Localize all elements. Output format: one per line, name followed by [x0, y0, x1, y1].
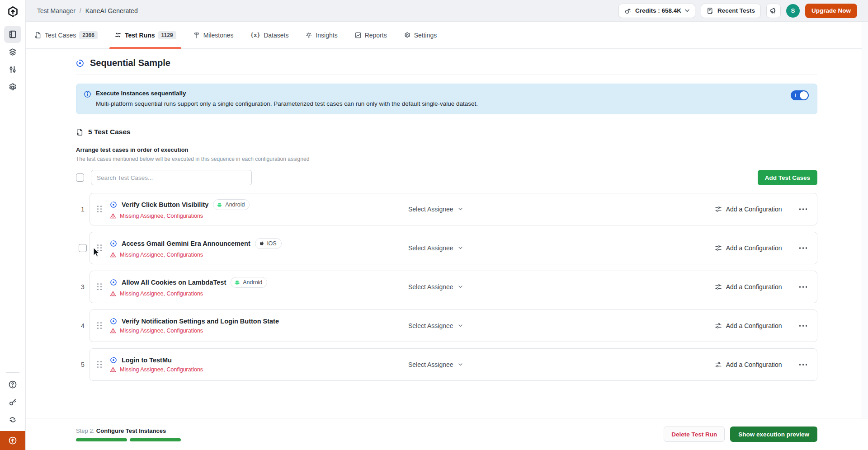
drag-handle[interactable]	[97, 244, 102, 252]
tab-insights[interactable]: Insights	[305, 22, 337, 48]
test-case-title[interactable]: Verify Notification Settings and Login B…	[122, 318, 279, 325]
sidebar-upgrade-block[interactable]	[0, 431, 25, 450]
tab-bar: Test Cases 2366 Test Runs 1129 Milestone…	[26, 22, 868, 49]
upgrade-now-button[interactable]: Upgrade Now	[805, 4, 857, 18]
add-configuration-button[interactable]: Add a Configuration	[715, 206, 782, 213]
config-sliders-icon	[715, 361, 722, 368]
progress-segment	[76, 438, 127, 441]
test-case-info: Access Gmail Gemini Era Announcement iOS…	[110, 238, 282, 258]
test-case-card[interactable]: Login to TestMu Missing Assignee, Config…	[90, 348, 817, 381]
tab-label: Insights	[316, 32, 337, 39]
test-case-info: Allow All Cookies on LambdaTest Android …	[110, 277, 267, 297]
test-case-title[interactable]: Verify Click Button Visibility	[122, 201, 208, 208]
drag-handle[interactable]	[97, 283, 102, 291]
card-right: Add a Configuration	[715, 244, 808, 252]
credits-label: Credits : 658.4K	[635, 7, 681, 14]
add-configuration-button[interactable]: Add a Configuration	[715, 361, 782, 368]
more-menu-button[interactable]	[798, 284, 808, 290]
card-left: Verify Click Button Visibility Android M…	[97, 199, 408, 219]
select-assignee-dropdown[interactable]: Select Assignee	[408, 206, 462, 213]
delete-test-run-button[interactable]: Delete Test Run	[664, 427, 725, 442]
credits-dropdown[interactable]: Credits : 658.4K	[618, 4, 695, 18]
select-assignee-dropdown[interactable]: Select Assignee	[408, 361, 462, 368]
step-title: Configure Test Instances	[96, 427, 166, 434]
tab-test-cases[interactable]: Test Cases 2366	[34, 22, 98, 48]
sidebar-item-layers[interactable]	[4, 43, 21, 61]
sequential-toggle[interactable]	[791, 90, 809, 100]
status-icon	[110, 318, 117, 325]
select-assignee-dropdown[interactable]: Select Assignee	[408, 244, 462, 252]
tab-test-runs[interactable]: Test Runs 1129	[114, 22, 176, 48]
test-case-title[interactable]: Login to TestMu	[122, 356, 172, 364]
breadcrumb-test-manager[interactable]: Test Manager	[37, 7, 75, 14]
test-case-card[interactable]: Allow All Cookies on LambdaTest Android …	[90, 271, 817, 303]
test-case-title[interactable]: Access Gmail Gemini Era Announcement	[122, 240, 250, 247]
sidebar-item-sliders[interactable]	[4, 61, 21, 78]
drag-handle[interactable]	[97, 322, 102, 329]
status-icon	[110, 279, 117, 286]
card-right: Add a Configuration	[715, 283, 808, 291]
document-x-icon	[76, 128, 84, 136]
add-configuration-button[interactable]: Add a Configuration	[715, 244, 782, 252]
search-input[interactable]	[91, 170, 252, 185]
missing-warning: Missing Assignee, Configurations	[110, 328, 279, 334]
banner-title: Execute instances sequentially	[96, 90, 478, 97]
warning-triangle-icon	[110, 328, 116, 334]
test-case-card[interactable]: Verify Notification Settings and Login B…	[90, 309, 817, 342]
warning-text: Missing Assignee, Configurations	[120, 328, 203, 334]
add-test-cases-button[interactable]: Add Test Cases	[758, 170, 817, 185]
hands-icon	[8, 415, 17, 424]
drag-handle[interactable]	[97, 361, 102, 368]
sidebar-item-test-manager[interactable]	[4, 26, 21, 43]
assignee-label: Select Assignee	[408, 361, 453, 368]
test-case-card[interactable]: Access Gmail Gemini Era Announcement iOS…	[90, 232, 817, 264]
milestone-flag-icon	[193, 32, 200, 39]
assignee-label: Select Assignee	[408, 283, 453, 291]
test-case-card[interactable]: Verify Click Button Visibility Android M…	[90, 193, 817, 225]
test-case-title[interactable]: Allow All Cookies on LambdaTest	[122, 279, 226, 286]
scrollbar-track[interactable]	[862, 22, 868, 450]
android-icon	[234, 280, 240, 286]
warning-triangle-icon	[110, 366, 116, 373]
more-menu-button[interactable]	[798, 245, 808, 251]
select-assignee-dropdown[interactable]: Select Assignee	[408, 283, 462, 291]
banner-text: Execute instances sequentially Multi-pla…	[96, 90, 478, 107]
add-configuration-button[interactable]: Add a Configuration	[715, 322, 782, 329]
test-case-info: Login to TestMu Missing Assignee, Config…	[110, 356, 203, 373]
upgrade-arrow-icon	[8, 436, 17, 445]
show-execution-preview-button[interactable]: Show execution preview	[730, 427, 817, 442]
sidebar-item-settings[interactable]	[4, 79, 21, 96]
lambdatest-logo[interactable]	[5, 4, 20, 19]
config-sliders-icon	[715, 322, 722, 329]
tab-milestones[interactable]: Milestones	[193, 22, 234, 48]
platform-badge: Android	[231, 277, 267, 288]
tab-reports[interactable]: Reports	[354, 22, 387, 48]
platform-badge: iOS	[255, 238, 282, 249]
warning-triangle-icon	[110, 213, 116, 219]
sidebar-item-help[interactable]	[4, 376, 21, 393]
user-avatar[interactable]: S	[786, 4, 800, 18]
card-left: Verify Notification Settings and Login B…	[97, 318, 408, 334]
add-configuration-button[interactable]: Add a Configuration	[715, 283, 782, 291]
app-window: Test Manager / KaneAI Generated Credits …	[0, 0, 868, 450]
tab-settings[interactable]: Settings	[404, 22, 437, 48]
tab-label: Milestones	[203, 32, 234, 39]
add-configuration-label: Add a Configuration	[726, 244, 782, 252]
progress-bars	[76, 438, 181, 441]
card-right: Add a Configuration	[715, 206, 808, 213]
config-sliders-icon	[715, 283, 722, 291]
apple-icon	[259, 241, 264, 247]
breadcrumb-project[interactable]: KaneAI Generated	[85, 7, 138, 14]
row-checkbox[interactable]	[79, 244, 87, 252]
sidebar-item-hands[interactable]	[4, 411, 21, 428]
sidebar-item-keys[interactable]	[4, 394, 21, 411]
announcements-button[interactable]	[766, 4, 781, 18]
drag-handle[interactable]	[97, 206, 102, 213]
more-menu-button[interactable]	[798, 323, 808, 328]
select-all-checkbox[interactable]	[76, 173, 84, 182]
tab-datasets[interactable]: {x} Datasets	[250, 22, 289, 48]
recent-tests-button[interactable]: Recent Tests	[701, 4, 761, 18]
more-menu-button[interactable]	[798, 206, 808, 212]
more-menu-button[interactable]	[798, 362, 808, 367]
select-assignee-dropdown[interactable]: Select Assignee	[408, 322, 462, 329]
